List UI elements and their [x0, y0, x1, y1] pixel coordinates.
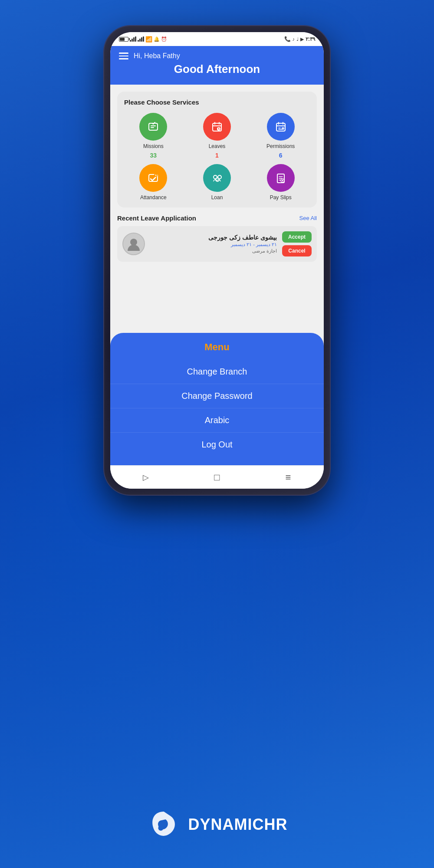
leave-actions: Accept Cancel: [282, 231, 312, 256]
menu-title: Menu: [110, 342, 324, 353]
payslips-icon: [267, 164, 295, 192]
permissions-count: 6: [279, 152, 283, 159]
leave-card: بيشوى عاطف زكى جورجى ٢١ ديسمبر - ٢١ ديسم…: [117, 226, 317, 262]
service-permissions[interactable]: Permissions 6: [251, 113, 310, 159]
services-card: Please Choose Services Miss: [117, 92, 317, 207]
battery-icon: [119, 37, 128, 42]
attendance-label: Attandance: [140, 194, 167, 201]
brand-name-text: DYNAMICHR: [188, 815, 288, 834]
recent-header: Recent Leave Application See All: [117, 214, 317, 222]
leaves-count: 1: [215, 152, 219, 159]
phone-screen: 📶 🔔 ⏰ 📞 ♪ ♩ ▶ ٢:٣٩ Hi, H: [110, 32, 324, 489]
nav-back-button[interactable]: ▷: [136, 468, 155, 487]
permissions-label: Permissions: [266, 143, 295, 149]
see-all-link[interactable]: See All: [299, 215, 317, 221]
service-loan[interactable]: Loan: [188, 164, 247, 201]
menu-item-change-password[interactable]: Change Password: [110, 384, 324, 408]
service-attendance[interactable]: Attandance: [124, 164, 183, 201]
missions-label: Missions: [143, 143, 164, 149]
missions-icon: [139, 113, 167, 141]
leave-avatar: [122, 233, 145, 255]
nav-menu-icon: ≡: [286, 472, 291, 483]
app-content: Please Choose Services Miss: [110, 85, 324, 465]
service-missions[interactable]: Missions 33: [124, 113, 183, 159]
brand-logo-icon: [147, 807, 181, 842]
permissions-icon: [267, 113, 295, 141]
svg-point-4: [282, 127, 284, 130]
leave-dates: ٢١ ديسمبر - ٢١ ديسمبر: [150, 242, 277, 247]
menu-overlay: Menu Change Branch Change Password Arabi…: [110, 333, 324, 465]
nav-back-icon: ▷: [143, 473, 149, 482]
brand-section: DYNAMICHR: [147, 807, 288, 842]
missions-count: 33: [150, 152, 157, 159]
nav-menu-button[interactable]: ≡: [279, 468, 298, 487]
services-grid: Missions 33: [124, 113, 310, 201]
loan-icon: [203, 164, 231, 192]
header-top: Hi, Heba Fathy: [119, 52, 315, 60]
svg-point-12: [130, 239, 137, 246]
svg-rect-3: [276, 123, 285, 131]
menu-item-logout[interactable]: Log Out: [110, 433, 324, 457]
leave-info: بيشوى عاطف زكى جورجى ٢١ ديسمبر - ٢١ ديسم…: [150, 234, 277, 254]
bottom-nav: ▷ □ ≡: [110, 465, 324, 489]
recent-leave-section: Recent Leave Application See All بيشوى ع…: [117, 214, 317, 262]
nav-home-button[interactable]: □: [207, 468, 227, 487]
status-right: 📞 ♪ ♩ ▶ ٢:٣٩: [284, 36, 316, 42]
leaves-label: Leaves: [209, 143, 226, 149]
phone-wrapper: 📶 🔔 ⏰ 📞 ♪ ♩ ▶ ٢:٣٩ Hi, H: [104, 26, 330, 495]
leave-name: بيشوى عاطف زكى جورجى: [150, 234, 277, 241]
app-header: Hi, Heba Fathy Good Afternoon: [110, 46, 324, 85]
hamburger-menu-icon[interactable]: [119, 53, 128, 59]
leave-type: اجازة مرضى: [150, 248, 277, 254]
menu-item-arabic[interactable]: Arabic: [110, 408, 324, 433]
accept-button[interactable]: Accept: [282, 231, 312, 243]
app-icon-phone: 📞: [284, 36, 291, 42]
signal-bars-1: [130, 36, 136, 42]
loan-label: Loan: [211, 194, 223, 201]
app-icon-misc: ♪: [293, 36, 295, 42]
phone-outer: 📶 🔔 ⏰ 📞 ♪ ♩ ▶ ٢:٣٩ Hi, H: [104, 26, 330, 495]
service-leaves[interactable]: Leaves 1: [188, 113, 247, 159]
wifi-icon: 📶: [145, 36, 152, 43]
battery-fill: [120, 38, 125, 41]
recent-title: Recent Leave Application: [117, 214, 196, 222]
cancel-button[interactable]: Cancel: [282, 245, 312, 256]
signal-bars-2: [138, 36, 144, 42]
service-payslips[interactable]: Pay Slips: [251, 164, 310, 201]
app-icon-yt: ▶: [300, 36, 304, 42]
notification-icon: 🔔: [154, 36, 160, 42]
attendance-icon: [139, 164, 167, 192]
status-bar: 📶 🔔 ⏰ 📞 ♪ ♩ ▶ ٢:٣٩: [110, 32, 324, 46]
header-afternoon: Good Afternoon: [119, 62, 315, 76]
services-title: Please Choose Services: [124, 99, 310, 106]
app-icon-tiktok: ♩: [296, 36, 299, 42]
menu-item-change-branch[interactable]: Change Branch: [110, 360, 324, 384]
status-left: 📶 🔔 ⏰: [119, 36, 167, 43]
svg-point-13: [158, 825, 164, 831]
header-greeting: Hi, Heba Fathy: [134, 52, 180, 60]
time-display: ٢:٣٩: [306, 36, 315, 42]
alarm-icon: ⏰: [161, 36, 167, 42]
payslips-label: Pay Slips: [270, 194, 292, 201]
leaves-icon: [203, 113, 231, 141]
nav-home-icon: □: [214, 472, 220, 483]
